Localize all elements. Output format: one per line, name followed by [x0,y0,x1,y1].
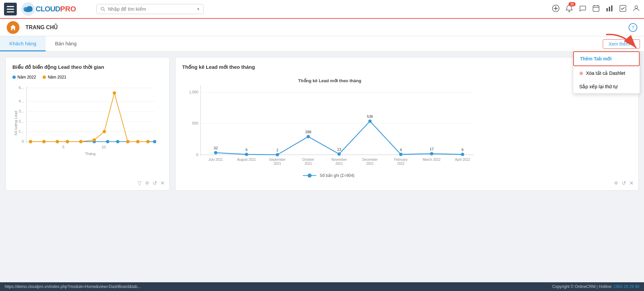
svg-point-74 [245,153,248,156]
calendar-button[interactable] [592,5,600,14]
help-button[interactable]: ? [629,23,637,32]
chart1-svg: 6... 4... 3... 2... 1... 0 Số lượng Lead… [12,83,163,170]
svg-rect-17 [611,5,612,11]
filter-icon[interactable]: ▽ [138,180,142,186]
page-title: TRANG CHỦ [25,24,58,31]
svg-point-59 [126,140,129,143]
svg-point-53 [56,140,59,143]
hamburger-button[interactable] [4,3,17,15]
tab-khachhang[interactable]: Khách hàng [0,36,46,51]
svg-text:Tháng: Tháng [85,152,95,156]
svg-text:536: 536 [367,114,373,118]
notifications-button[interactable]: 36 [566,5,573,14]
refresh-icon[interactable]: ↺ [153,180,157,186]
svg-text:2021: 2021 [274,162,281,165]
chart1-title: Biểu đồ biến động Lead theo thời gian [12,64,163,70]
legend-dot-2022 [12,76,16,79]
svg-point-55 [79,140,83,143]
add-button[interactable] [552,5,559,14]
svg-text:2: 2 [276,148,278,152]
search-input[interactable] [108,6,195,12]
dropdown-item-them-tab[interactable]: Thêm Tab mới [573,51,640,66]
chat-button[interactable] [579,5,586,14]
chart2-title: Thống kê Lead mới theo tháng [182,64,632,70]
svg-point-58 [113,91,116,95]
tab-banhang[interactable]: Bán hàng [46,36,86,51]
svg-point-19 [635,6,638,8]
svg-point-61 [146,140,150,143]
tasks-button[interactable] [619,5,627,14]
svg-text:2021: 2021 [335,162,343,165]
legend-item-2021: Năm 2021 [43,75,66,80]
move-icon-2[interactable]: ✛ [614,180,618,186]
copyright: Copyright © OnlineCRM | Hotline: 1900 29… [552,284,639,289]
svg-text:32: 32 [214,146,218,150]
chart1-legend: Năm 2022 Năm 2021 [12,75,163,80]
svg-text:2021: 2021 [366,162,374,165]
svg-rect-15 [606,8,608,11]
close-icon[interactable]: ✕ [160,180,165,186]
xoa-icon: ⊗ [579,70,583,76]
svg-point-81 [307,135,310,138]
svg-text:November: November [331,158,347,161]
user-button[interactable] [633,5,640,14]
refresh-icon-2[interactable]: ↺ [622,180,626,186]
chart-button[interactable] [606,5,613,14]
svg-text:2021: 2021 [305,162,312,165]
svg-point-71 [214,151,217,154]
svg-text:4...: 4... [19,99,24,103]
svg-text:December: December [362,158,378,161]
svg-text:1...: 1... [19,129,24,133]
status-url: https://demo.cloudpro.vn/index.php?modul… [5,284,141,289]
svg-text:6: 6 [246,148,248,152]
search-bar[interactable]: ▾ [96,4,204,14]
home-icon-circle [7,21,19,34]
svg-point-45 [106,140,109,143]
svg-rect-4 [24,10,32,11]
dropdown-item-xoa-tat-ca[interactable]: ⊗ Xóa tất cả Dashlet [573,66,640,80]
svg-point-77 [276,153,279,156]
chart2-actions: ✛ ↺ ✕ [614,180,634,186]
logo-pro-text: PRO [60,5,76,13]
svg-text:Số lượng Lead: Số lượng Lead [14,111,18,136]
svg-text:February: February [394,158,408,161]
svg-text:0: 0 [22,139,24,143]
svg-text:1,000: 1,000 [189,90,198,94]
legend-label-2022: Năm 2022 [17,75,36,80]
svg-point-5 [101,7,104,10]
chart-card-2: Thống kê Lead mới theo tháng ≡ Thống kê … [175,57,639,191]
svg-text:17: 17 [430,147,434,151]
notification-badge: 36 [569,2,576,6]
close-icon-2[interactable]: ✕ [629,180,634,186]
svg-text:2022: 2022 [397,162,405,165]
home-icon [10,24,16,31]
move-icon[interactable]: ✛ [145,180,149,186]
svg-point-52 [42,140,46,143]
logo-cloud-text: CLOUD [36,5,60,13]
navbar-left: CLOUDPRO [4,2,76,16]
navbar-right: 36 [552,5,640,14]
search-dropdown-icon: ▾ [197,7,199,11]
legend-item-2022: Năm 2022 [12,75,36,80]
svg-point-97 [430,152,433,155]
sub-header: TRANG CHỦ ? [0,19,644,36]
svg-text:October: October [302,158,314,161]
navbar: CLOUDPRO ▾ 36 [0,0,644,19]
svg-rect-11 [593,6,599,11]
svg-point-46 [116,140,119,143]
svg-point-10 [569,11,570,12]
svg-point-85 [337,152,341,156]
svg-text:April 2022: April 2022 [455,158,470,161]
xem-them-label: Xem thêm [608,41,630,47]
search-icon [101,6,105,12]
svg-text:March 2022: March 2022 [423,158,441,161]
svg-text:4: 4 [400,148,402,152]
svg-point-89 [368,119,372,123]
dropdown-item-sap-xep[interactable]: Sắp xếp lại thứ tự [573,80,640,93]
dropdown-menu: Thêm Tab mới ⊗ Xóa tất cả Dashlet Sắp xế… [573,51,640,94]
svg-text:September: September [269,158,286,161]
xem-them-button[interactable]: Xem thêm ▾ [603,39,640,49]
svg-text:6...: 6... [19,86,24,90]
hotline-link[interactable]: 1900 29 29 90 [613,284,639,289]
svg-text:2...: 2... [19,119,24,123]
